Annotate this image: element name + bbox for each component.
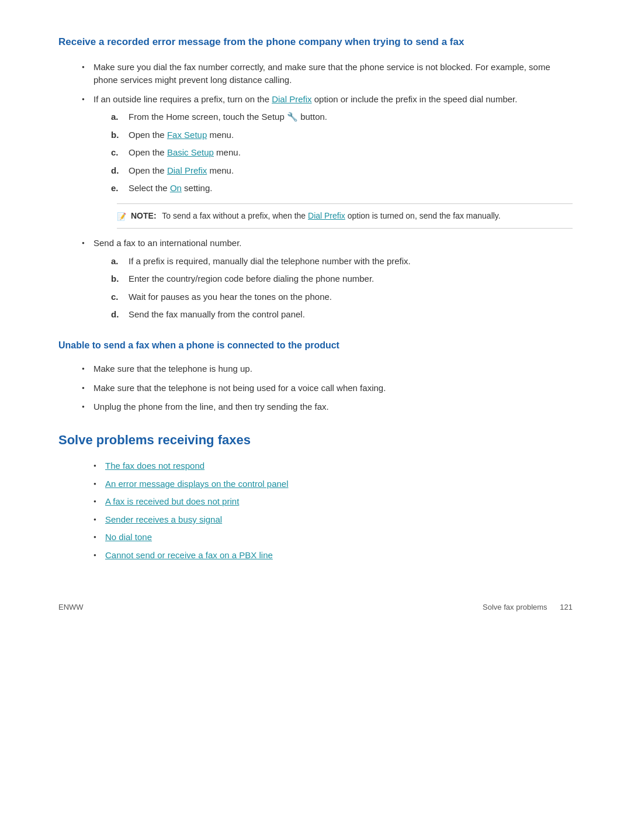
sub-item-b-text: Open the Fax Setup menu. [129,130,234,140]
section-unable-to-send: Unable to send a fax when a phone is con… [58,339,573,414]
sub-list-international: a. If a prefix is required, manually dia… [93,255,573,322]
link-sender-busy-signal[interactable]: Sender receives a busy signal [105,514,222,524]
sub-item-d-text: Open the Dial Prefix menu. [129,165,234,175]
link-fax-does-not-respond[interactable]: The fax does not respond [105,461,204,471]
sub-item-intl-d-letter: d. [111,308,119,322]
list-item-busy-signal: Sender receives a busy signal [93,513,573,527]
note-label: NOTE: [131,211,157,220]
bullet-text-2: If an outside line requires a prefix, tu… [93,94,517,104]
sub-item-intl-b-text: Enter the country/region code before dia… [129,274,374,284]
link-error-message-control-panel[interactable]: An error message displays on the control… [105,479,289,489]
list-item-fax-no-respond: The fax does not respond [93,459,573,473]
bullet-text-1: Make sure you dial the fax number correc… [93,62,550,85]
sub-item-e-text: Select the On setting. [129,183,212,193]
sub-item-intl-c-letter: c. [111,291,119,304]
bullet-text-voice-call: Make sure that the telephone is not bein… [93,383,386,393]
list-item-outside-prefix: If an outside line requires a prefix, tu… [82,93,573,229]
section-solve-problems: Solve problems receiving faxes The fax d… [58,431,573,562]
bullet-list-receive-error: Make sure you dial the fax number correc… [58,61,573,322]
heading-solve-problems: Solve problems receiving faxes [58,431,573,450]
page-footer: ENWW Solve fax problems 121 [58,597,573,611]
sub-item-intl-b-letter: b. [111,272,119,286]
bullet-text-hung-up: Make sure that the telephone is hung up. [93,364,252,374]
footer-right: Solve fax problems 121 [483,603,573,611]
link-list-solve-problems: The fax does not respond An error messag… [58,459,573,562]
link-dial-prefix-2[interactable]: Dial Prefix [167,165,207,175]
link-on-setting[interactable]: On [170,183,182,193]
page-number: 121 [560,603,573,611]
link-no-dial-tone[interactable]: No dial tone [105,532,152,542]
sub-item-c-text: Open the Basic Setup menu. [129,147,241,157]
sub-item-b-letter: b. [111,129,119,142]
list-item-no-dial-tone: No dial tone [93,531,573,544]
note-box: 📝 NOTE: To send a fax without a prefix, … [117,203,573,229]
sub-item-a-text: From the Home screen, touch the Setup 🔧 … [129,112,327,122]
section-receive-error: Receive a recorded error message from th… [58,35,573,322]
bullet-list-unable-to-send: Make sure that the telephone is hung up.… [58,362,573,414]
sub-item-intl-b: b. Enter the country/region code before … [111,272,573,286]
list-item-pbx: Cannot send or receive a fax on a PBX li… [93,549,573,562]
sub-list-prefix: a. From the Home screen, touch the Setup… [93,110,573,195]
link-fax-setup[interactable]: Fax Setup [167,130,207,140]
note-text: NOTE: To send a fax without a prefix, wh… [131,210,501,222]
list-item-error-message: An error message displays on the control… [93,478,573,491]
list-item-dial-correctly: Make sure you dial the fax number correc… [82,61,573,87]
sub-item-a-letter: a. [111,110,119,124]
heading-unable-to-send: Unable to send a fax when a phone is con… [58,339,573,352]
link-cannot-send-pbx[interactable]: Cannot send or receive a fax on a PBX li… [105,550,273,560]
bullet-text-3: Send a fax to an international number. [93,238,242,248]
sub-item-e-letter: e. [111,182,119,195]
link-dial-prefix-1[interactable]: Dial Prefix [272,94,311,104]
list-item-fax-no-print: A fax is received but does not print [93,495,573,509]
footer-right-text: Solve fax problems [483,603,547,611]
list-item-international: Send a fax to an international number. a… [82,237,573,322]
sub-item-d-letter: d. [111,164,119,178]
link-dial-prefix-note[interactable]: Dial Prefix [308,211,345,220]
link-fax-received-no-print[interactable]: A fax is received but does not print [105,496,239,506]
sub-item-intl-a: a. If a prefix is required, manually dia… [111,255,573,268]
sub-item-c: c. Open the Basic Setup menu. [111,146,573,160]
sub-item-intl-a-letter: a. [111,255,119,268]
sub-item-c-letter: c. [111,146,119,160]
sub-item-intl-d-text: Send the fax manually from the control p… [129,309,305,319]
bullet-text-unplug: Unplug the phone from the line, and then… [93,402,329,412]
sub-item-intl-c: c. Wait for pauses as you hear the tones… [111,291,573,304]
sub-item-e: e. Select the On setting. [111,182,573,195]
sub-item-a: a. From the Home screen, touch the Setup… [111,110,573,124]
heading-receive-error: Receive a recorded error message from th… [58,35,573,49]
link-basic-setup[interactable]: Basic Setup [167,147,214,157]
sub-item-b: b. Open the Fax Setup menu. [111,129,573,142]
sub-item-d: d. Open the Dial Prefix menu. [111,164,573,178]
sub-item-intl-a-text: If a prefix is required, manually dial t… [129,256,411,266]
list-item-voice-call: Make sure that the telephone is not bein… [82,382,573,395]
footer-left: ENWW [58,603,84,611]
list-item-unplug: Unplug the phone from the line, and then… [82,400,573,414]
note-icon: 📝 [117,211,126,223]
sub-item-intl-d: d. Send the fax manually from the contro… [111,308,573,322]
sub-item-intl-c-text: Wait for pauses as you hear the tones on… [129,292,332,302]
list-item-hung-up: Make sure that the telephone is hung up. [82,362,573,376]
